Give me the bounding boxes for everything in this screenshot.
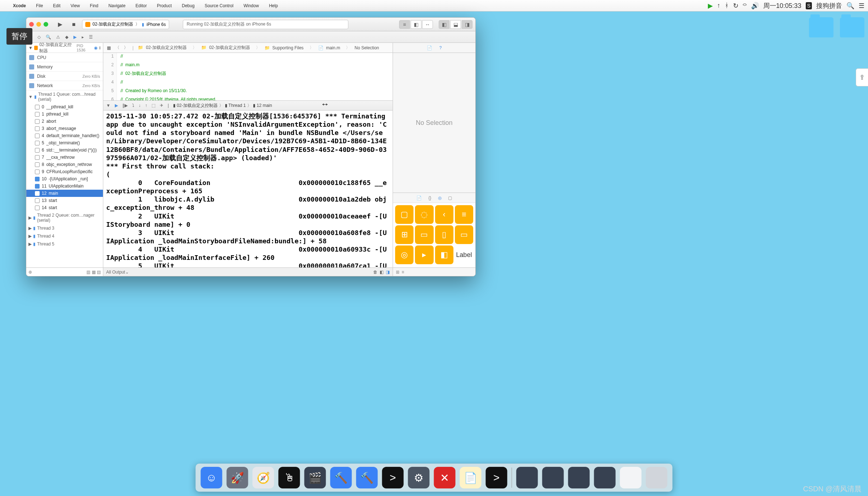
status-wifi-icon[interactable]: ⌔ — [743, 2, 747, 9]
symbol-nav-icon[interactable]: ◇ — [37, 35, 41, 40]
dropdown-icon[interactable]: ⌄ — [125, 270, 129, 275]
status-play-icon[interactable]: ▶ — [708, 2, 713, 10]
crumb-group[interactable]: 📁 02-加载自定义控制器 — [200, 45, 253, 51]
menu-product[interactable]: Product — [152, 3, 177, 8]
stack-frame[interactable]: 13 start — [26, 197, 103, 204]
stack-frame[interactable]: 8 objc_exception_rethrow — [26, 161, 103, 168]
columns-icon[interactable]: ⦀ — [99, 45, 101, 50]
dock-item-d2[interactable] — [542, 467, 564, 488]
dock-app-settings[interactable]: ⚙ — [408, 467, 430, 488]
breakpoints-toggle-icon[interactable]: ▶ — [115, 103, 118, 108]
disclosure-triangle-icon[interactable]: ▼ — [28, 45, 33, 50]
list-view-icon[interactable]: ≡ — [402, 270, 404, 275]
library-object[interactable]: ⊞ — [395, 225, 413, 244]
version-editor-button[interactable]: ↔ — [422, 20, 433, 29]
thread-header[interactable]: ▶▮Thread 3 — [26, 224, 103, 232]
stack-frame[interactable]: 1 pthread_kill — [26, 111, 103, 118]
step-out-button[interactable]: ↑ — [145, 103, 147, 108]
media-library-icon[interactable]: ▢ — [448, 195, 452, 200]
related-items-icon[interactable]: ▦ — [105, 45, 112, 50]
code-editor[interactable]: 1234567 //// main.m// 02-加载自定义控制器//// Cr… — [103, 53, 393, 100]
gauge-disk[interactable]: DiskZero KB/s — [26, 72, 103, 81]
find-nav-icon[interactable]: 🔍 — [46, 35, 51, 40]
hide-debug-icon[interactable]: ▼ — [106, 103, 110, 108]
dock-app-x[interactable]: ✕ — [434, 467, 456, 488]
crumb-folder[interactable]: 📁 Supporting Files — [263, 45, 307, 50]
test-nav-icon[interactable]: ◆ — [65, 35, 68, 40]
filter-icon[interactable]: ⊕ — [28, 270, 32, 275]
vars-pane-toggle[interactable]: ◧ — [380, 270, 384, 275]
status-bluetooth-icon[interactable]: ᚼ — [725, 2, 729, 9]
issue-nav-icon[interactable]: ⚠ — [56, 35, 60, 40]
stack-frame[interactable]: 12 main — [26, 190, 103, 197]
stack-frame[interactable]: 3 abort_message — [26, 125, 103, 132]
dock-app-term2[interactable]: > — [486, 467, 507, 488]
view-options-icon[interactable]: ▥ ▦ ▤ — [86, 270, 101, 275]
output-filter[interactable]: All Output — [106, 270, 125, 275]
dock-app-terminal[interactable]: > — [382, 467, 404, 488]
menu-find[interactable]: Find — [85, 3, 103, 8]
debug-crumb-frame[interactable]: ▮ 12 main — [253, 103, 272, 108]
thread-header[interactable]: ▼▮Thread 1 Queue: com…hread (serial) — [26, 90, 103, 103]
status-clock[interactable]: 周一10:05:33 — [763, 1, 801, 10]
stack-frame[interactable]: 11 UIApplicationMain — [26, 182, 103, 190]
quickhelp-inspector-icon[interactable]: ? — [439, 45, 442, 50]
jump-bar[interactable]: ▦ 〈 〉 | 📁 02-加载自定义控制器〉 📁 02-加载自定义控制器〉 📁 … — [103, 43, 393, 53]
thread-header[interactable]: ▶▮Thread 2 Queue: com…nager (serial) — [26, 211, 103, 224]
code-snippet-icon[interactable]: {} — [428, 195, 431, 200]
back-button[interactable]: 〈 — [114, 45, 121, 51]
share-button[interactable]: ⇪ — [856, 68, 868, 86]
scheme-selector[interactable]: 02-加载自定义控制器 〉 ▮ iPhone 6s — [82, 20, 169, 29]
right-panel-toggle[interactable]: ◨ — [462, 20, 473, 29]
debug-nav-icon[interactable]: ▶ — [73, 35, 77, 40]
report-nav-icon[interactable]: ☰ — [89, 35, 93, 40]
stack-frame[interactable]: 10 -[UIApplication _run] — [26, 175, 103, 182]
library-object[interactable]: ▯ — [435, 225, 453, 244]
dock-app-notes[interactable]: 📄 — [460, 467, 482, 488]
stack-frame[interactable]: 2 abort — [26, 118, 103, 125]
library-object[interactable]: ◎ — [395, 245, 413, 264]
library-object[interactable]: ▢ — [395, 205, 413, 224]
stack-frame[interactable]: 4 default_terminate_handler() — [26, 132, 103, 139]
dock-item-d4[interactable] — [594, 467, 616, 488]
console-pane-toggle[interactable]: ◨ — [386, 270, 390, 275]
dock-item-d1[interactable] — [516, 467, 538, 488]
run-button[interactable]: ▶ — [55, 20, 65, 29]
dock-app-mouse[interactable]: 🖱 — [279, 467, 300, 488]
status-menu-icon[interactable]: ☰ — [859, 2, 864, 10]
object-library-icon[interactable]: ◎ — [438, 195, 442, 200]
stack-frame[interactable]: 0 __pthread_kill — [26, 103, 103, 111]
gauge-network[interactable]: NetworkZero KB/s — [26, 81, 103, 90]
step-into-button[interactable]: ↓ — [139, 103, 141, 108]
dock-app-xcode2[interactable]: 🔨 — [356, 467, 378, 488]
stack-frame[interactable]: 7 __cxa_rethrow — [26, 154, 103, 161]
library-object[interactable]: Label — [455, 245, 473, 264]
source-text[interactable]: //// main.m// 02-加载自定义控制器//// Created by… — [117, 53, 216, 100]
menu-navigate[interactable]: Navigate — [103, 3, 130, 8]
dock-item-trash[interactable] — [646, 467, 668, 488]
dock-app-imovie[interactable]: 🎬 — [304, 467, 326, 488]
stop-button[interactable]: ■ — [68, 20, 79, 29]
left-panel-toggle[interactable]: ◧ — [439, 20, 449, 29]
minimize-icon[interactable] — [36, 22, 41, 27]
menu-debug[interactable]: Debug — [177, 3, 199, 8]
close-icon[interactable] — [29, 22, 34, 27]
dock-item-d3[interactable] — [568, 467, 590, 488]
library-object[interactable]: ◌ — [415, 205, 433, 224]
menu-app[interactable]: Xcode — [8, 3, 31, 8]
library-object[interactable]: ≡ — [455, 205, 473, 224]
status-search-icon[interactable]: 🔍 — [846, 2, 854, 10]
gauge-memory[interactable]: Memory — [26, 62, 103, 72]
folder-icon[interactable] — [809, 17, 833, 37]
stack-frame[interactable]: 5 _objc_terminate() — [26, 139, 103, 146]
menu-help[interactable]: Help — [264, 3, 283, 8]
dock-app-finder[interactable]: ☺ — [201, 467, 222, 488]
status-volume-icon[interactable]: 🔊 — [751, 2, 759, 10]
debug-crumb-target[interactable]: ▮ 02-加载自定义控制器 — [173, 103, 218, 109]
standard-editor-button[interactable]: ≡ — [399, 20, 410, 29]
status-ime[interactable]: 搜狗拼音 — [816, 1, 842, 10]
debug-crumb-thread[interactable]: ▮ Thread 1 — [225, 103, 246, 108]
library-object[interactable]: ◧ — [435, 245, 453, 264]
breakpoint-nav-icon[interactable]: ▸ — [82, 35, 84, 40]
grid-view-icon[interactable]: ⊞ — [396, 270, 399, 275]
